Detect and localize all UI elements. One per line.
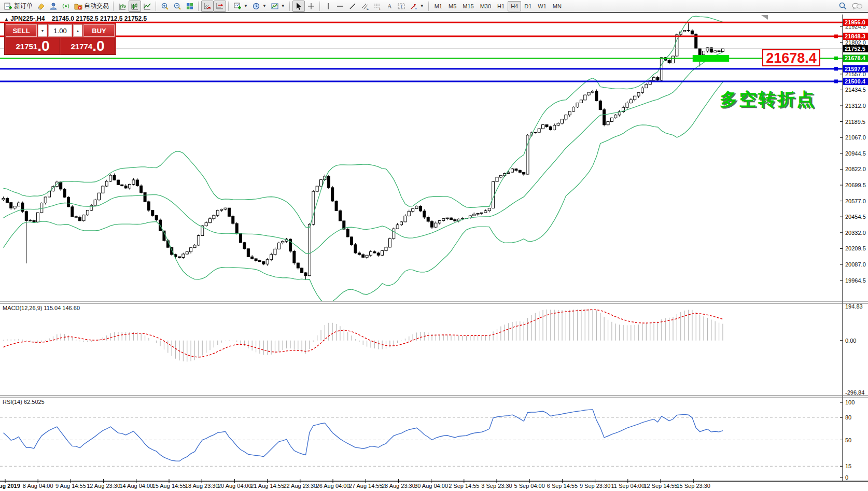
zoom-in-icon (161, 2, 169, 10)
rsi-axis-label: 100 (845, 399, 855, 405)
text-label-button[interactable]: T (395, 1, 408, 12)
mt4-window: { "toolbar": { "new_order_label": "新订单",… (0, 0, 868, 491)
timeframe-M5[interactable]: M5 (445, 1, 459, 11)
chevron-down-icon: ▼ (420, 4, 424, 8)
sell-price[interactable]: 21751 .0 (6, 38, 60, 54)
text-label-icon: T (397, 2, 405, 10)
timeframe-H4[interactable]: H4 (508, 1, 521, 11)
new-order-button[interactable]: 新订单 (2, 1, 35, 12)
time-axis-label: 18 Aug 23:30 (185, 483, 219, 489)
fibonacci-button[interactable]: F (371, 1, 384, 12)
horizontal-line-button[interactable] (334, 1, 346, 12)
time-axis-label: 9 Aug 14:55 (55, 483, 86, 489)
turning-point-annotation: 多空转折点 (720, 88, 816, 111)
price-callout-label[interactable]: 21678.4 (762, 49, 820, 66)
chart-shift-button[interactable] (214, 1, 226, 12)
time-axis-label: 5 Sep 04:00 (514, 483, 545, 489)
channel-button[interactable]: E (359, 1, 371, 12)
text-button[interactable]: A (384, 1, 395, 12)
time-axis-label: 30 Aug 04:00 (414, 483, 448, 489)
time-axis-label: 28 Aug 23:30 (382, 483, 415, 489)
template-button[interactable]: ▼ (269, 1, 287, 12)
new-chart-button[interactable]: ▼ (231, 1, 250, 12)
time-axis-label: 3 Sep 23:30 (481, 483, 512, 489)
time-axis-label: 20 Aug 04:00 (218, 483, 251, 489)
macd-axis-label: -296.84 (845, 389, 864, 396)
toolbar-separator (113, 2, 114, 11)
volume-input[interactable] (48, 24, 72, 37)
eraser-button[interactable] (35, 1, 47, 12)
timeframe-D1[interactable]: D1 (521, 1, 535, 11)
price-tick-label: 20454.5 (845, 214, 866, 220)
template-icon (271, 2, 279, 10)
time-axis-label: 6 Aug 2019 (0, 483, 20, 489)
macd-values: 115.04 146.60 (44, 305, 80, 311)
search-icon[interactable] (838, 2, 847, 10)
vertical-line-icon (325, 2, 332, 10)
autotrading-label: 自动交易 (84, 2, 109, 10)
periods-icon (252, 2, 260, 10)
svg-text:F: F (379, 7, 381, 10)
price-level-badge: 21956.0 (845, 19, 865, 25)
timeframe-M1[interactable]: M1 (431, 1, 445, 11)
rsi-label: RSI(14) 62.5025 (3, 399, 45, 405)
time-axis-label: 14 Aug 04:00 (119, 483, 153, 489)
trendline-button[interactable] (346, 1, 359, 12)
chat-icon[interactable] (851, 2, 863, 10)
zoom-out-button[interactable] (171, 1, 184, 12)
timeframe-W1[interactable]: W1 (535, 1, 550, 11)
volume-increase-button[interactable]: ▲ (73, 24, 82, 37)
arrows-button[interactable]: ▼ (408, 1, 426, 12)
buy-price[interactable]: 21774 .0 (61, 38, 115, 54)
rsi-name: RSI(14) (3, 399, 22, 405)
auto-scroll-icon (203, 2, 212, 10)
macd-axis-label: 194.83 (845, 303, 863, 310)
bar-chart-icon (118, 2, 127, 10)
timeframe-M30[interactable]: M30 (477, 1, 494, 11)
cursor-button[interactable] (292, 1, 305, 12)
price-tick-label: 21434.5 (845, 87, 866, 93)
new-chart-icon (233, 2, 242, 10)
crosshair-button[interactable] (305, 1, 317, 12)
vertical-line-button[interactable] (323, 1, 334, 12)
chevron-down-icon: ▼ (262, 4, 267, 8)
price-chart-canvas[interactable]: 21924.521802.021557.021434.521312.021189… (0, 0, 868, 491)
signal-button[interactable] (60, 1, 72, 12)
bar-chart-button[interactable] (116, 1, 129, 12)
price-tick-label: 20699.5 (845, 182, 866, 188)
sell-button[interactable]: SELL (6, 24, 37, 37)
time-axis-label: 11 Sep 04:00 (611, 483, 645, 489)
timeframe-H1[interactable]: H1 (494, 1, 508, 11)
price-level-badge: 21597.6 (845, 66, 865, 72)
periods-button[interactable]: ▼ (250, 1, 269, 12)
time-axis-label: 12 Aug 23:30 (87, 483, 120, 489)
tile-windows-button[interactable] (184, 1, 196, 12)
svg-text:T: T (400, 4, 403, 9)
autotrading-button[interactable]: 自动交易 (72, 1, 111, 12)
time-axis-label: 27 Aug 14:55 (349, 483, 383, 489)
zoom-in-button[interactable] (159, 1, 171, 12)
line-chart-icon (143, 2, 151, 10)
timeframe-MN[interactable]: MN (550, 1, 565, 11)
chart-shift-icon (216, 2, 224, 10)
time-axis-label: 15 Sep 23:30 (676, 483, 710, 489)
volume-decrease-button[interactable]: ▼ (38, 24, 47, 37)
time-axis-label: 6 Sep 14:55 (547, 483, 578, 489)
time-axis-label: 22 Aug 23:30 (283, 483, 317, 489)
ohlc-values: 21745.0 21752.5 21712.5 21752.5 (52, 15, 147, 22)
line-chart-button[interactable] (141, 1, 153, 12)
new-order-label: 新订单 (14, 2, 33, 10)
symbol-period-label: JPN225-,H4 (10, 15, 45, 22)
arrows-icon (410, 2, 418, 10)
timeframe-M15[interactable]: M15 (459, 1, 477, 11)
buy-button[interactable]: BUY (83, 24, 115, 37)
collapse-icon[interactable]: ▲ (4, 17, 9, 22)
candlestick-button[interactable] (129, 1, 141, 12)
buy-price-frac: .0 (92, 39, 104, 53)
svg-text:A: A (387, 3, 392, 10)
toolbar-separator (319, 2, 320, 11)
time-axis-label: 12 Sep 14:55 (643, 483, 677, 489)
text-icon: A (386, 2, 393, 10)
profile-button[interactable] (47, 1, 60, 12)
auto-scroll-button[interactable] (201, 1, 214, 12)
